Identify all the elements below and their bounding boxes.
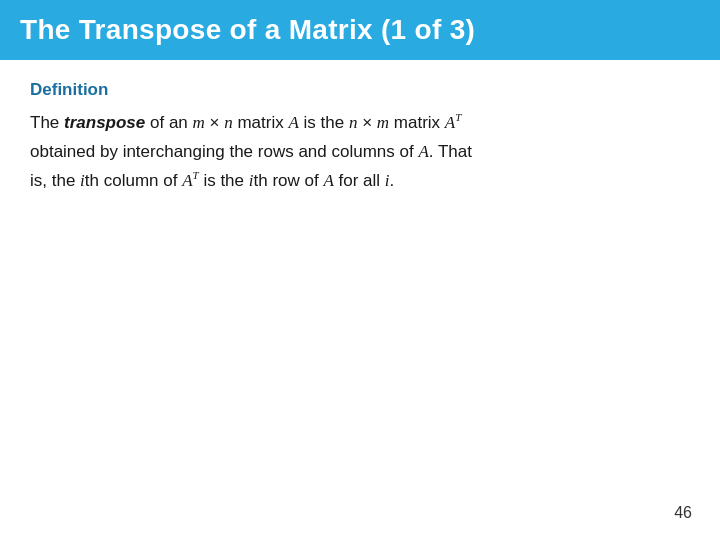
math-A1: A xyxy=(288,113,298,132)
math-n2: n xyxy=(349,113,358,132)
math-i1: i xyxy=(80,171,85,190)
transpose-term: transpose xyxy=(64,113,145,132)
math-AT2: AT xyxy=(182,171,199,190)
definition-label: Definition xyxy=(30,80,690,100)
slide: The Transpose of a Matrix (1 of 3) Defin… xyxy=(0,0,720,540)
definition-body: The transpose of an m × n matrix A is th… xyxy=(30,108,690,196)
math-m2: m xyxy=(377,113,389,132)
math-i2: i xyxy=(249,171,254,190)
math-AT: AT xyxy=(445,113,462,132)
slide-title: The Transpose of a Matrix (1 of 3) xyxy=(20,14,475,45)
page-number: 46 xyxy=(674,504,692,522)
title-bar: The Transpose of a Matrix (1 of 3) xyxy=(0,0,720,60)
math-n1: n xyxy=(224,113,233,132)
slide-content: Definition The transpose of an m × n mat… xyxy=(0,80,720,196)
math-A3: A xyxy=(323,171,333,190)
math-i3: i xyxy=(385,171,390,190)
math-A2: A xyxy=(418,142,428,161)
math-m: m xyxy=(193,113,205,132)
